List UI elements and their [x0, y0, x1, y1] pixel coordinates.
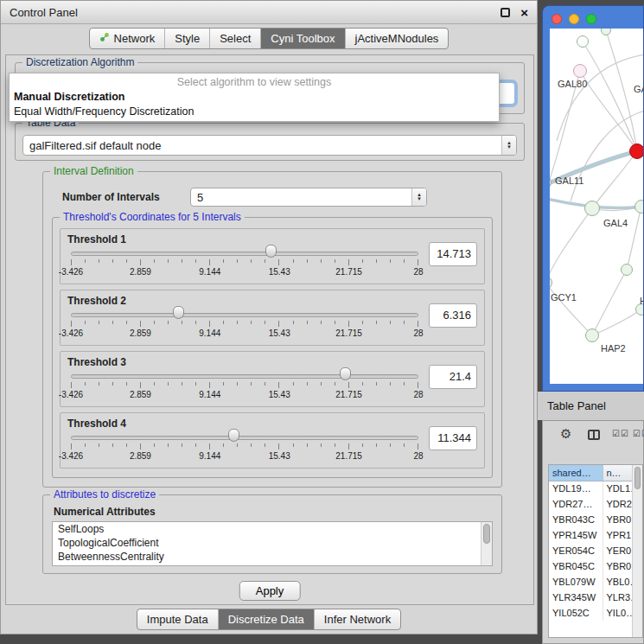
table-scrollbar[interactable]: [632, 465, 642, 637]
network-node[interactable]: [577, 35, 589, 48]
network-node[interactable]: [573, 64, 587, 78]
attribute-item[interactable]: BetweennessCentrality: [53, 550, 492, 564]
node-label: GA: [634, 84, 643, 94]
network-canvas[interactable]: GAL80GAGAL11GAL4GCY1HHAP2: [550, 29, 643, 384]
numerical-attributes-label: Numerical Attributes: [54, 506, 156, 518]
threshold-slider[interactable]: -3.4262.8599.14415.4321.71528: [71, 229, 418, 284]
bottom-tab-bar: Impute Data Discretize Data Infer Networ…: [137, 609, 401, 630]
number-of-intervals-combobox[interactable]: 5 ▲▼: [190, 188, 427, 207]
slider-track[interactable]: [71, 436, 418, 440]
minimize-traffic-icon[interactable]: [569, 14, 579, 24]
table-cell[interactable]: YBL079W: [549, 574, 603, 590]
slider-track[interactable]: [71, 374, 418, 379]
slider-thumb[interactable]: [340, 367, 351, 380]
tab[interactable]: Select: [209, 29, 260, 48]
node-label: HAP2: [601, 343, 626, 354]
tab[interactable]: Discretize Data: [218, 609, 314, 629]
threshold-slider[interactable]: -3.4262.8599.14415.4321.71528: [71, 352, 418, 406]
table-row[interactable]: YER054CYER0…: [549, 543, 643, 558]
table-cell[interactable]: YDL19…: [549, 481, 603, 496]
algorithm-option[interactable]: Manual Discretization: [10, 90, 499, 105]
tab[interactable]: Cyni Toolbox: [260, 29, 344, 48]
slider-ticks: [71, 321, 418, 327]
slider-ticks: [71, 259, 418, 265]
slider-thumb[interactable]: [228, 429, 239, 442]
network-node[interactable]: [584, 201, 600, 216]
algorithm-option[interactable]: Equal Width/Frequency Discretization: [10, 105, 499, 119]
threshold-slider[interactable]: -3.4262.8599.14415.4321.71528: [71, 290, 418, 345]
slider-thumb[interactable]: [173, 306, 184, 319]
threshold-box: Threshold 1 -3.4262.8599.14415.4321.7152…: [60, 228, 485, 284]
select-all-icon[interactable]: ☑☑: [633, 429, 644, 438]
number-of-intervals-label: Number of Intervals: [62, 191, 160, 203]
group-title: Discretization Algorithm: [22, 56, 137, 68]
close-traffic-icon[interactable]: [552, 14, 562, 24]
table-row[interactable]: YBR043CYBR0…: [549, 512, 643, 527]
tab-label: Impute Data: [147, 613, 208, 626]
table-data-combobox[interactable]: galFiltered.sif default node ▲▼: [22, 135, 517, 156]
table-row[interactable]: YPR145WYPR1…: [549, 527, 643, 543]
table-cell[interactable]: YDR27…: [549, 496, 603, 512]
attributes-scrollbar[interactable]: [481, 522, 492, 565]
threshold-value-field[interactable]: 21.4: [429, 365, 477, 389]
slider-track[interactable]: [71, 252, 418, 256]
table-cell[interactable]: YLR345W: [549, 590, 603, 605]
gear-icon[interactable]: ⚙: [560, 426, 571, 442]
table-row[interactable]: YLR345WYLR3…: [549, 590, 643, 605]
table-cell[interactable]: YBR043C: [549, 512, 603, 527]
tab[interactable]: Impute Data: [137, 609, 218, 629]
titlebar[interactable]: Control Panel ×: [1, 1, 537, 24]
threshold-value-field[interactable]: 6.316: [429, 303, 477, 328]
table-row[interactable]: YIL052CYIL0…: [549, 605, 643, 621]
thresholds-stack: Threshold 1 -3.4262.8599.14415.4321.7152…: [60, 228, 485, 469]
select-columns-icon[interactable]: ☑☑: [612, 429, 629, 438]
network-node[interactable]: [629, 143, 643, 159]
table-cell[interactable]: YIL052C: [549, 605, 603, 621]
attribute-item[interactable]: SelfLoops: [53, 522, 492, 536]
cyni-toolbox-panel: Discretization Algorithm Select algorith…: [5, 54, 534, 605]
network-node[interactable]: [585, 328, 599, 342]
stepper-icon[interactable]: ▲▼: [411, 188, 426, 206]
tab-label: Network: [114, 32, 156, 45]
table-column-header[interactable]: shared…: [549, 465, 603, 481]
node-table: shared…n… YDL19…YDL1…YDR27…YDR2…YBR043CY…: [548, 464, 643, 638]
network-node[interactable]: [621, 264, 633, 276]
table-cell[interactable]: YER054C: [549, 543, 603, 558]
threshold-value-field[interactable]: 11.344: [429, 426, 477, 450]
tab[interactable]: Infer Network: [314, 609, 400, 629]
tab[interactable]: jActiveMNodules: [345, 29, 449, 48]
float-window-icon[interactable]: [501, 8, 510, 17]
tab[interactable]: Style: [164, 29, 209, 48]
threshold-slider[interactable]: -3.4262.8599.14415.4321.71528: [71, 413, 418, 468]
slider-track[interactable]: [71, 313, 418, 317]
table-row[interactable]: YDR27…YDR2…: [549, 496, 643, 512]
tab[interactable]: Network: [90, 29, 165, 48]
table-row[interactable]: YBL079WYBL0…: [549, 574, 643, 590]
table-cell[interactable]: YPR145W: [549, 527, 603, 543]
columns-icon[interactable]: [588, 430, 600, 440]
network-view-window: GAL80GAGAL11GAL4GCY1HHAP2: [542, 5, 644, 392]
slider-scale: -3.4262.8599.14415.4321.71528: [71, 328, 418, 339]
threshold-box: Threshold 3 -3.4262.8599.14415.4321.7152…: [60, 351, 485, 407]
table-row[interactable]: YDL19…YDL1…: [549, 481, 643, 496]
node-label: GCY1: [551, 292, 577, 303]
node-label: GAL80: [558, 79, 587, 89]
thresholds-group: Threshold's Coordinates for 5 Intervals …: [52, 217, 493, 478]
table-panel-title: Table Panel: [547, 399, 606, 412]
group-title: Interval Definition: [50, 165, 137, 177]
table-header-row: shared…n…: [549, 465, 643, 481]
table-data-value: galFiltered.sif default node: [29, 139, 161, 152]
threshold-value-field[interactable]: 14.713: [429, 242, 477, 266]
table-body: YDL19…YDL1…YDR27…YDR2…YBR043CYBR0…YPR145…: [549, 481, 643, 621]
network-node[interactable]: [634, 200, 643, 214]
zoom-traffic-icon[interactable]: [586, 14, 596, 24]
attributes-list[interactable]: SelfLoopsTopologicalCoefficientBetweenne…: [52, 521, 493, 566]
attribute-item[interactable]: TopologicalCoefficient: [53, 536, 492, 550]
slider-thumb[interactable]: [265, 245, 277, 258]
table-cell[interactable]: YBR045C: [549, 558, 603, 574]
table-row[interactable]: YBR045CYBR0…: [549, 558, 643, 574]
close-icon[interactable]: ×: [520, 6, 528, 19]
stepper-icon[interactable]: ▲▼: [501, 136, 516, 155]
algorithm-hint: Select algorithm to view settings: [10, 75, 499, 90]
apply-button[interactable]: Apply: [239, 581, 301, 601]
